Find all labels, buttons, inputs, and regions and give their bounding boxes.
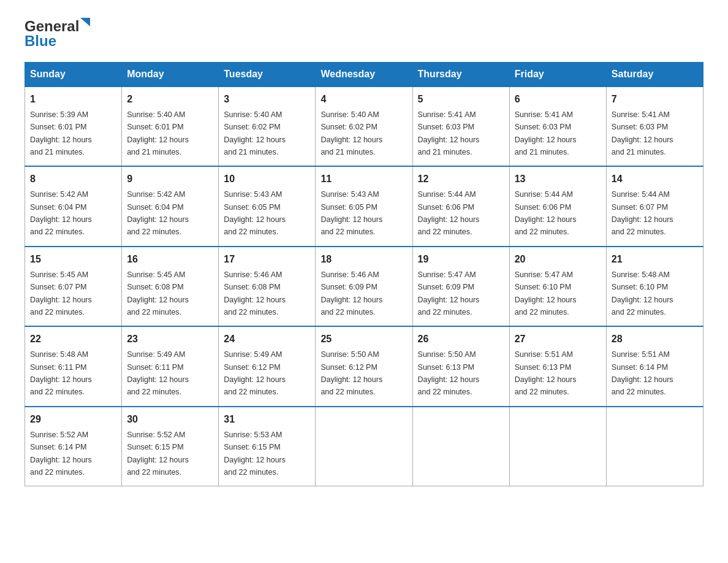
day-info: Sunrise: 5:45 AMSunset: 6:08 PMDaylight:… (127, 270, 189, 316)
calendar-cell (509, 407, 606, 486)
day-info: Sunrise: 5:43 AMSunset: 6:05 PMDaylight:… (320, 190, 382, 236)
calendar-cell: 7 Sunrise: 5:41 AMSunset: 6:03 PMDayligh… (606, 86, 703, 167)
day-info: Sunrise: 5:51 AMSunset: 6:13 PMDaylight:… (515, 350, 577, 396)
calendar-cell: 29 Sunrise: 5:52 AMSunset: 6:14 PMDaylig… (25, 407, 122, 486)
day-info: Sunrise: 5:44 AMSunset: 6:06 PMDaylight:… (515, 190, 577, 236)
calendar-cell: 13 Sunrise: 5:44 AMSunset: 6:06 PMDaylig… (509, 166, 606, 247)
week-row-1: 1 Sunrise: 5:39 AMSunset: 6:01 PMDayligh… (25, 86, 703, 167)
day-number: 20 (515, 252, 601, 267)
day-info: Sunrise: 5:41 AMSunset: 6:03 PMDaylight:… (515, 110, 577, 156)
day-info: Sunrise: 5:47 AMSunset: 6:09 PMDaylight:… (418, 270, 480, 316)
calendar-cell: 22 Sunrise: 5:48 AMSunset: 6:11 PMDaylig… (25, 326, 122, 407)
day-number: 10 (224, 172, 310, 186)
day-number: 23 (127, 332, 213, 347)
day-info: Sunrise: 5:46 AMSunset: 6:08 PMDaylight:… (224, 270, 286, 316)
calendar-cell: 18 Sunrise: 5:46 AMSunset: 6:09 PMDaylig… (316, 247, 412, 327)
week-row-4: 22 Sunrise: 5:48 AMSunset: 6:11 PMDaylig… (25, 326, 703, 407)
day-info: Sunrise: 5:50 AMSunset: 6:12 PMDaylight:… (320, 350, 382, 396)
calendar-cell: 20 Sunrise: 5:47 AMSunset: 6:10 PMDaylig… (509, 247, 606, 327)
day-number: 29 (30, 412, 116, 427)
calendar-cell: 8 Sunrise: 5:42 AMSunset: 6:04 PMDayligh… (25, 166, 122, 247)
weekday-header-wednesday: Wednesday (316, 62, 412, 86)
weekday-header-tuesday: Tuesday (219, 62, 316, 86)
day-info: Sunrise: 5:44 AMSunset: 6:06 PMDaylight:… (418, 190, 480, 236)
day-number: 5 (418, 92, 504, 107)
day-number: 27 (515, 332, 601, 347)
calendar-cell: 27 Sunrise: 5:51 AMSunset: 6:13 PMDaylig… (509, 326, 606, 407)
day-info: Sunrise: 5:48 AMSunset: 6:11 PMDaylight:… (30, 350, 92, 396)
calendar-table: SundayMondayTuesdayWednesdayThursdayFrid… (25, 62, 703, 487)
day-info: Sunrise: 5:49 AMSunset: 6:11 PMDaylight:… (127, 350, 189, 396)
week-row-5: 29 Sunrise: 5:52 AMSunset: 6:14 PMDaylig… (25, 407, 703, 486)
calendar-cell: 6 Sunrise: 5:41 AMSunset: 6:03 PMDayligh… (509, 86, 606, 167)
weekday-header-thursday: Thursday (412, 62, 509, 86)
day-info: Sunrise: 5:40 AMSunset: 6:02 PMDaylight:… (224, 110, 286, 156)
calendar-cell: 4 Sunrise: 5:40 AMSunset: 6:02 PMDayligh… (316, 86, 412, 167)
day-number: 16 (127, 252, 213, 267)
day-info: Sunrise: 5:46 AMSunset: 6:09 PMDaylight:… (320, 270, 382, 316)
logo-text-accent: Blue (25, 33, 93, 49)
day-number: 4 (320, 92, 407, 107)
calendar-cell: 26 Sunrise: 5:50 AMSunset: 6:13 PMDaylig… (412, 326, 509, 407)
day-number: 19 (418, 252, 504, 267)
day-number: 25 (320, 332, 407, 347)
calendar-cell: 12 Sunrise: 5:44 AMSunset: 6:06 PMDaylig… (412, 166, 509, 247)
calendar-cell: 23 Sunrise: 5:49 AMSunset: 6:11 PMDaylig… (122, 326, 219, 407)
calendar-cell: 2 Sunrise: 5:40 AMSunset: 6:01 PMDayligh… (122, 86, 219, 167)
day-number: 24 (224, 332, 310, 347)
day-number: 15 (30, 252, 116, 267)
day-number: 3 (224, 92, 310, 107)
calendar-cell (606, 407, 703, 486)
logo-graphic: General Blue (25, 18, 93, 50)
weekday-header-friday: Friday (509, 62, 606, 86)
day-info: Sunrise: 5:40 AMSunset: 6:02 PMDaylight:… (320, 110, 382, 156)
day-info: Sunrise: 5:49 AMSunset: 6:12 PMDaylight:… (224, 350, 286, 396)
day-info: Sunrise: 5:42 AMSunset: 6:04 PMDaylight:… (127, 190, 189, 236)
logo-arrow-icon (80, 18, 93, 30)
day-number: 17 (224, 252, 310, 267)
day-number: 14 (612, 172, 698, 186)
day-number: 18 (320, 252, 407, 267)
day-number: 21 (612, 252, 698, 267)
day-number: 2 (127, 92, 213, 107)
day-info: Sunrise: 5:45 AMSunset: 6:07 PMDaylight:… (30, 270, 92, 316)
week-row-2: 8 Sunrise: 5:42 AMSunset: 6:04 PMDayligh… (25, 166, 703, 247)
logo: General Blue (25, 18, 93, 50)
header: General Blue (25, 18, 703, 50)
calendar-cell: 19 Sunrise: 5:47 AMSunset: 6:09 PMDaylig… (412, 247, 509, 327)
calendar-cell: 30 Sunrise: 5:52 AMSunset: 6:15 PMDaylig… (122, 407, 219, 486)
day-info: Sunrise: 5:44 AMSunset: 6:07 PMDaylight:… (612, 190, 673, 236)
day-number: 26 (418, 332, 504, 347)
calendar-cell: 28 Sunrise: 5:51 AMSunset: 6:14 PMDaylig… (606, 326, 703, 407)
weekday-header-saturday: Saturday (606, 62, 703, 86)
day-info: Sunrise: 5:41 AMSunset: 6:03 PMDaylight:… (418, 110, 480, 156)
day-number: 28 (612, 332, 698, 347)
day-info: Sunrise: 5:40 AMSunset: 6:01 PMDaylight:… (127, 110, 189, 156)
calendar-cell (412, 407, 509, 486)
day-info: Sunrise: 5:50 AMSunset: 6:13 PMDaylight:… (418, 350, 480, 396)
day-info: Sunrise: 5:43 AMSunset: 6:05 PMDaylight:… (224, 190, 286, 236)
day-number: 8 (30, 172, 116, 186)
weekday-header-row: SundayMondayTuesdayWednesdayThursdayFrid… (25, 62, 703, 86)
day-info: Sunrise: 5:52 AMSunset: 6:14 PMDaylight:… (30, 431, 92, 477)
day-number: 7 (612, 92, 698, 107)
day-info: Sunrise: 5:51 AMSunset: 6:14 PMDaylight:… (612, 350, 673, 396)
svg-marker-0 (80, 18, 90, 26)
day-info: Sunrise: 5:48 AMSunset: 6:10 PMDaylight:… (612, 270, 673, 316)
day-number: 1 (30, 92, 116, 107)
calendar-cell: 11 Sunrise: 5:43 AMSunset: 6:05 PMDaylig… (316, 166, 412, 247)
day-info: Sunrise: 5:47 AMSunset: 6:10 PMDaylight:… (515, 270, 577, 316)
day-info: Sunrise: 5:42 AMSunset: 6:04 PMDaylight:… (30, 190, 92, 236)
calendar-cell: 9 Sunrise: 5:42 AMSunset: 6:04 PMDayligh… (122, 166, 219, 247)
calendar-cell: 21 Sunrise: 5:48 AMSunset: 6:10 PMDaylig… (606, 247, 703, 327)
day-number: 11 (320, 172, 407, 186)
calendar-cell: 25 Sunrise: 5:50 AMSunset: 6:12 PMDaylig… (316, 326, 412, 407)
calendar-cell: 1 Sunrise: 5:39 AMSunset: 6:01 PMDayligh… (25, 86, 122, 167)
calendar-cell (316, 407, 412, 486)
day-number: 30 (127, 412, 213, 427)
day-number: 13 (515, 172, 601, 186)
calendar-cell: 17 Sunrise: 5:46 AMSunset: 6:08 PMDaylig… (219, 247, 316, 327)
calendar-cell: 14 Sunrise: 5:44 AMSunset: 6:07 PMDaylig… (606, 166, 703, 247)
calendar-cell: 24 Sunrise: 5:49 AMSunset: 6:12 PMDaylig… (219, 326, 316, 407)
weekday-header-monday: Monday (122, 62, 219, 86)
